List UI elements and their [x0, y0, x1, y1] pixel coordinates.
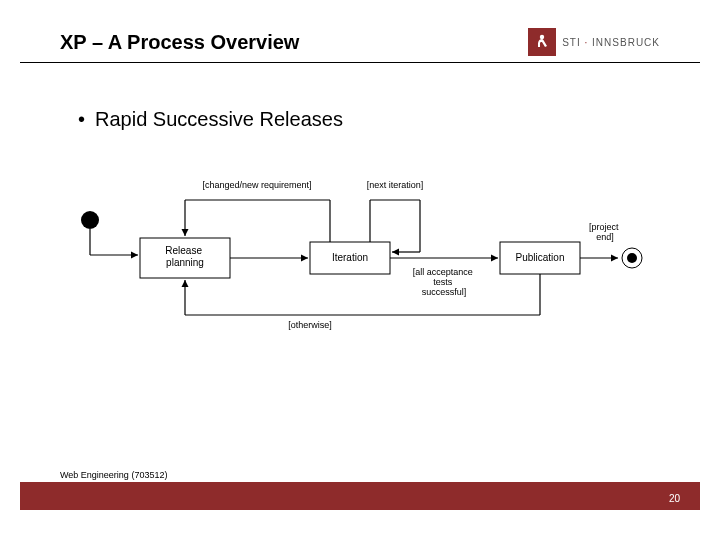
- release-planning-label: Release planning: [165, 245, 204, 268]
- publication-label: Publication: [516, 252, 565, 263]
- page-title: XP – A Process Overview: [60, 31, 299, 54]
- process-diagram: Release planning Iteration [all acceptan…: [60, 160, 660, 340]
- changed-req-label: [changed/new requirement]: [202, 180, 311, 190]
- otherwise-label: [otherwise]: [288, 320, 332, 330]
- logo-icon: [528, 28, 556, 56]
- bullet-item: Rapid Successive Releases: [78, 108, 343, 131]
- iteration-label: Iteration: [332, 252, 368, 263]
- project-end-label: [project end]: [589, 222, 621, 242]
- page-number: 20: [669, 493, 680, 504]
- slide: XP – A Process Overview STI · INNSBRUCK …: [0, 0, 720, 540]
- logo-text-a: STI: [562, 37, 581, 48]
- start-node: [81, 211, 99, 229]
- footer-bar: [20, 482, 700, 510]
- divider: [20, 62, 700, 63]
- title-row: XP – A Process Overview STI · INNSBRUCK: [60, 28, 660, 56]
- next-iteration-label: [next iteration]: [367, 180, 424, 190]
- logo-text-b: INNSBRUCK: [592, 37, 660, 48]
- tests-ok-label: [all acceptance tests successful]: [413, 267, 476, 297]
- end-node-inner: [627, 253, 637, 263]
- footer-text: Web Engineering (703512): [60, 470, 167, 480]
- logo-text: STI · INNSBRUCK: [562, 37, 660, 48]
- brand-logo: STI · INNSBRUCK: [528, 28, 660, 56]
- svg-point-0: [540, 35, 544, 39]
